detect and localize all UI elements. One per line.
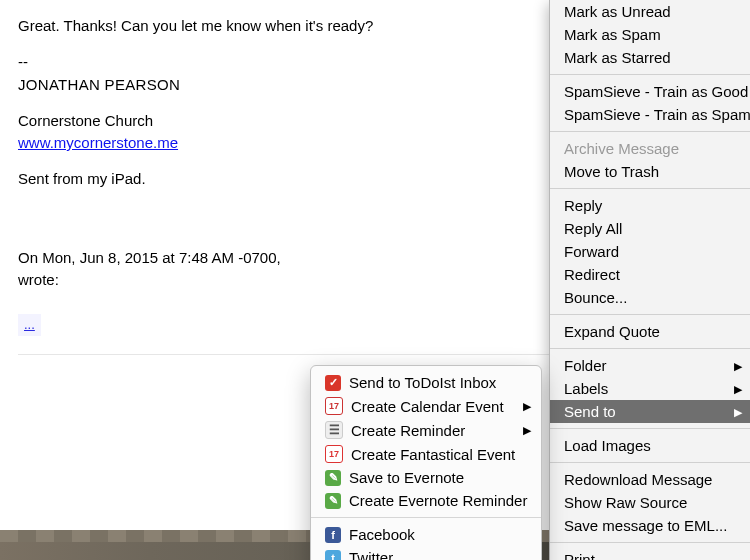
submenu-arrow-icon: ▶ [523,400,531,413]
menu-separator [550,131,750,132]
menu-trash[interactable]: Move to Trash [550,160,750,183]
fantastical-icon: 17 [325,445,343,463]
send-to-submenu[interactable]: ✓Send to ToDoIst Inbox 17Create Calendar… [310,365,542,560]
submenu-arrow-icon: ▶ [734,359,742,372]
menu-raw-source[interactable]: Show Raw Source [550,491,750,514]
menu-archive: Archive Message [550,137,750,160]
facebook-icon: f [325,527,341,543]
submenu-arrow-icon: ▶ [734,382,742,395]
submenu-evernote[interactable]: ✎Save to Evernote [311,466,541,489]
menu-send-to[interactable]: Send to▶ [550,400,750,423]
reminder-icon: ☰ [325,421,343,439]
submenu-arrow-icon: ▶ [734,405,742,418]
menu-save-eml[interactable]: Save message to EML... [550,514,750,537]
menu-separator [550,542,750,543]
menu-mark-spam[interactable]: Mark as Spam [550,23,750,46]
menu-reply-all[interactable]: Reply All [550,217,750,240]
menu-folder[interactable]: Folder▶ [550,354,750,377]
calendar-icon: 17 [325,397,343,415]
context-menu[interactable]: Mark as Unread Mark as Spam Mark as Star… [549,0,750,560]
menu-load-images[interactable]: Load Images [550,434,750,457]
evernote-icon: ✎ [325,493,341,509]
menu-print[interactable]: Print [550,548,750,560]
menu-mark-starred[interactable]: Mark as Starred [550,46,750,69]
submenu-facebook[interactable]: fFacebook [311,523,541,546]
menu-spamsieve-good[interactable]: SpamSieve - Train as Good [550,80,750,103]
submenu-separator [311,517,541,518]
menu-mark-unread[interactable]: Mark as Unread [550,0,750,23]
menu-expand-quote[interactable]: Expand Quote [550,320,750,343]
menu-redownload[interactable]: Redownload Message [550,468,750,491]
menu-separator [550,314,750,315]
menu-redirect[interactable]: Redirect [550,263,750,286]
signature-link[interactable]: www.mycornerstone.me [18,134,178,151]
menu-forward[interactable]: Forward [550,240,750,263]
evernote-icon: ✎ [325,470,341,486]
submenu-evernote-reminder[interactable]: ✎Create Evernote Reminder [311,489,541,512]
submenu-todoist-inbox[interactable]: ✓Send to ToDoIst Inbox [311,371,541,394]
menu-separator [550,348,750,349]
submenu-arrow-icon: ▶ [523,424,531,437]
submenu-calendar[interactable]: 17Create Calendar Event▶ [311,394,541,418]
submenu-fantastical[interactable]: 17Create Fantastical Event [311,442,541,466]
menu-separator [550,428,750,429]
menu-spamsieve-spam[interactable]: SpamSieve - Train as Spam [550,103,750,126]
menu-separator [550,188,750,189]
menu-labels[interactable]: Labels▶ [550,377,750,400]
submenu-twitter[interactable]: tTwitter [311,546,541,560]
submenu-reminder[interactable]: ☰Create Reminder▶ [311,418,541,442]
menu-separator [550,462,750,463]
twitter-icon: t [325,550,341,561]
expand-quote-toggle[interactable]: ... [18,314,41,336]
menu-separator [550,74,750,75]
menu-reply[interactable]: Reply [550,194,750,217]
todoist-icon: ✓ [325,375,341,391]
menu-bounce[interactable]: Bounce... [550,286,750,309]
